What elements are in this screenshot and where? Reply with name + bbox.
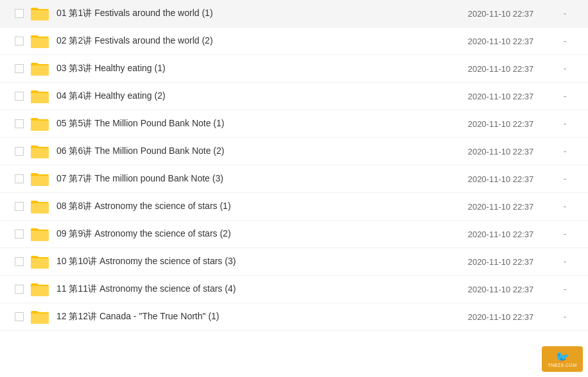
folder-icon: [31, 255, 49, 269]
table-row[interactable]: 11 第11讲 Astronomy the science of stars (…: [0, 276, 588, 303]
folder-icon-area: [28, 89, 51, 103]
folder-icon-area: [28, 144, 51, 158]
watermark-bird-icon: 🐦: [555, 351, 569, 363]
file-date: 2020-11-10 22:37: [449, 64, 552, 74]
checkbox-area: [10, 174, 28, 183]
table-row[interactable]: 12 第12讲 Canada - "The True North" (1) 20…: [0, 303, 588, 331]
file-name: 06 第6讲 The Million Pound Bank Note (2): [56, 146, 449, 157]
folder-icon-area: [28, 172, 51, 186]
file-date: 2020-11-10 22:37: [449, 174, 552, 184]
folder-icon: [31, 144, 49, 158]
row-checkbox[interactable]: [15, 119, 24, 128]
table-row[interactable]: 02 第2讲 Festivals around the world (2) 20…: [0, 28, 588, 55]
watermark-label: TNBZS.COM: [548, 363, 577, 367]
file-action[interactable]: -: [552, 91, 578, 101]
file-date: 2020-11-10 22:37: [449, 147, 552, 156]
folder-icon: [31, 6, 49, 21]
checkbox-area: [10, 9, 28, 18]
file-action[interactable]: -: [552, 119, 578, 129]
file-action[interactable]: -: [552, 256, 578, 267]
row-checkbox[interactable]: [15, 174, 24, 183]
file-date: 2020-11-10 22:37: [449, 119, 552, 129]
file-action[interactable]: -: [552, 36, 578, 46]
folder-icon-area: [28, 117, 51, 131]
file-date: 2020-11-10 22:37: [449, 230, 552, 239]
checkbox-area: [10, 257, 28, 266]
folder-icon: [31, 310, 49, 324]
folder-icon: [31, 117, 49, 131]
file-date: 2020-11-10 22:37: [449, 257, 552, 267]
folder-icon: [31, 34, 49, 48]
folder-icon-area: [28, 62, 51, 76]
file-action[interactable]: -: [552, 174, 578, 184]
file-action[interactable]: -: [552, 312, 578, 322]
table-row[interactable]: 07 第7讲 The million pound Bank Note (3) 2…: [0, 165, 588, 193]
row-checkbox[interactable]: [15, 64, 24, 73]
file-name: 01 第1讲 Festivals around the world (1): [56, 8, 449, 19]
row-checkbox[interactable]: [15, 9, 24, 18]
checkbox-area: [10, 202, 28, 211]
checkbox-area: [10, 92, 28, 101]
row-checkbox[interactable]: [15, 285, 24, 294]
file-name: 04 第4讲 Healthy eating (2): [56, 90, 449, 102]
row-checkbox[interactable]: [15, 202, 24, 211]
checkbox-area: [10, 37, 28, 46]
table-row[interactable]: 06 第6讲 The Million Pound Bank Note (2) 2…: [0, 138, 588, 165]
row-checkbox[interactable]: [15, 312, 24, 321]
file-date: 2020-11-10 22:37: [449, 312, 552, 322]
file-name: 08 第8讲 Astronomy the science of stars (1…: [56, 201, 449, 212]
file-action[interactable]: -: [552, 284, 578, 294]
table-row[interactable]: 05 第5讲 The Million Pound Bank Note (1) 2…: [0, 110, 588, 138]
folder-icon-area: [28, 6, 51, 21]
file-name: 10 第10讲 Astronomy the science of stars (…: [56, 256, 449, 267]
file-name: 03 第3讲 Healthy eating (1): [56, 63, 449, 74]
file-name: 05 第5讲 The Million Pound Bank Note (1): [56, 118, 449, 130]
folder-icon-area: [28, 255, 51, 269]
folder-icon-area: [28, 310, 51, 324]
file-date: 2020-11-10 22:37: [449, 92, 552, 101]
folder-icon: [31, 199, 49, 214]
file-date: 2020-11-10 22:37: [449, 37, 552, 46]
file-date: 2020-11-10 22:37: [449, 202, 552, 212]
folder-icon-area: [28, 34, 51, 48]
file-action[interactable]: -: [552, 63, 578, 74]
row-checkbox[interactable]: [15, 37, 24, 46]
file-action[interactable]: -: [552, 146, 578, 156]
folder-icon: [31, 89, 49, 103]
file-action[interactable]: -: [552, 229, 578, 239]
file-name: 02 第2讲 Festivals around the world (2): [56, 35, 449, 47]
file-action[interactable]: -: [552, 8, 578, 19]
folder-icon: [31, 172, 49, 186]
row-checkbox[interactable]: [15, 92, 24, 101]
table-row[interactable]: 03 第3讲 Healthy eating (1) 2020-11-10 22:…: [0, 55, 588, 83]
row-checkbox[interactable]: [15, 230, 24, 239]
checkbox-area: [10, 230, 28, 239]
folder-icon-area: [28, 227, 51, 241]
row-checkbox[interactable]: [15, 257, 24, 266]
table-row[interactable]: 10 第10讲 Astronomy the science of stars (…: [0, 248, 588, 276]
checkbox-area: [10, 285, 28, 294]
folder-icon-area: [28, 199, 51, 214]
file-date: 2020-11-10 22:37: [449, 285, 552, 294]
folder-icon: [31, 227, 49, 241]
file-name: 07 第7讲 The million pound Bank Note (3): [56, 173, 449, 185]
row-checkbox[interactable]: [15, 147, 24, 156]
checkbox-area: [10, 119, 28, 128]
file-name: 12 第12讲 Canada - "The True North" (1): [56, 311, 449, 323]
folder-icon: [31, 62, 49, 76]
table-row[interactable]: 01 第1讲 Festivals around the world (1) 20…: [0, 0, 588, 28]
checkbox-area: [10, 147, 28, 156]
table-row[interactable]: 08 第8讲 Astronomy the science of stars (1…: [0, 193, 588, 221]
file-date: 2020-11-10 22:37: [449, 9, 552, 19]
file-list: 01 第1讲 Festivals around the world (1) 20…: [0, 0, 588, 331]
file-name: 09 第9讲 Astronomy the science of stars (2…: [56, 228, 449, 240]
folder-icon-area: [28, 282, 51, 296]
file-name: 11 第11讲 Astronomy the science of stars (…: [56, 283, 449, 295]
checkbox-area: [10, 64, 28, 73]
table-row[interactable]: 04 第4讲 Healthy eating (2) 2020-11-10 22:…: [0, 83, 588, 110]
file-action[interactable]: -: [552, 201, 578, 212]
table-row[interactable]: 09 第9讲 Astronomy the science of stars (2…: [0, 221, 588, 248]
checkbox-area: [10, 312, 28, 321]
folder-icon: [31, 282, 49, 296]
watermark: 🐦 TNBZS.COM: [542, 346, 583, 372]
